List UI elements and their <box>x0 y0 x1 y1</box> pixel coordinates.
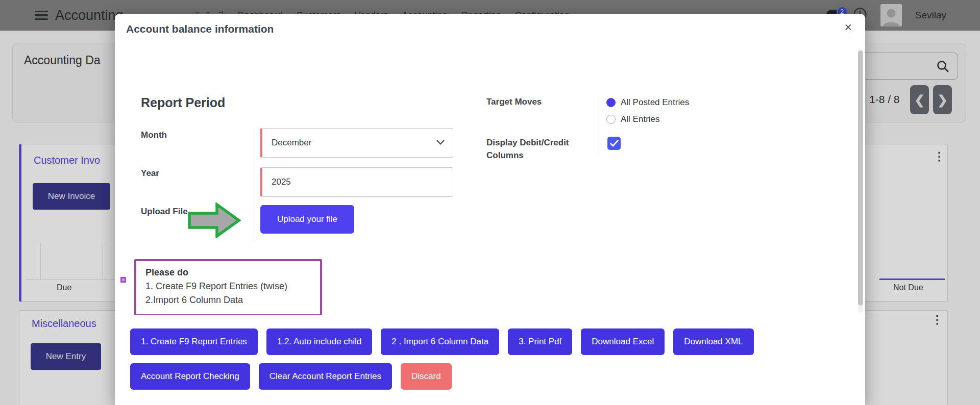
please-do-notice: Please do 1. Create F9 Report Entries (t… <box>134 259 322 316</box>
chevron-down-icon <box>436 140 445 145</box>
radio-selected-icon <box>606 98 616 107</box>
upload-file-label: Upload File <box>141 207 188 217</box>
radio-all-entries[interactable]: All Entries <box>606 114 660 124</box>
month-label: Month <box>141 130 167 140</box>
year-input[interactable] <box>260 167 453 197</box>
radio-label: All Entries <box>621 114 660 124</box>
target-moves-label: Target Moves <box>486 97 542 107</box>
notice-line: 1. Create F9 Report Entries (twise) <box>145 280 311 293</box>
upload-your-file-button[interactable]: Upload your file <box>260 205 354 234</box>
radio-all-posted-entries[interactable]: All Posted Entries <box>606 97 689 108</box>
display-debit-credit-checkbox[interactable] <box>607 137 621 150</box>
upload-arrow-annotation <box>188 202 241 238</box>
radio-unselected-icon <box>606 115 616 124</box>
modal-body: Report Period Month December Year Upload… <box>115 14 865 315</box>
footer-button-row-2: Account Report Checking Clear Account Re… <box>130 363 850 390</box>
display-debit-credit-label: Display Debit/Credit Columns <box>486 136 586 162</box>
year-label: Year <box>141 168 159 179</box>
check-icon <box>610 140 619 147</box>
screen: Accounting แผนผังบัญชี Dashboard Custome… <box>0 0 980 405</box>
notice-line: 2.Import 6 Column Data <box>145 293 311 307</box>
footer-button-row-1: 1. Create F9 Report Entries 1.2. Auto in… <box>130 328 850 355</box>
notice-title: Please do <box>145 267 311 278</box>
print-pdf-button[interactable]: 3. Print Pdf <box>508 328 572 355</box>
radio-label: All Posted Entries <box>621 97 689 108</box>
download-xml-button[interactable]: Download XML <box>673 328 753 355</box>
account-report-checking-button[interactable]: Account Report Checking <box>130 363 250 390</box>
report-period-heading: Report Period <box>141 95 225 110</box>
account-balance-modal: Account balance information × Report Per… <box>115 14 865 405</box>
modal-scrollbar-thumb[interactable] <box>858 50 863 306</box>
download-excel-button[interactable]: Download Excel <box>581 328 665 355</box>
create-f9-report-entries-button[interactable]: 1. Create F9 Report Entries <box>130 328 258 355</box>
month-select[interactable]: December <box>260 128 453 158</box>
import-6-column-data-button[interactable]: 2 . Import 6 Column Data <box>381 328 499 355</box>
discard-button[interactable]: Discard <box>401 363 452 390</box>
auto-include-child-button[interactable]: 1.2. Auto include child <box>266 328 372 355</box>
form-divider <box>254 128 254 238</box>
clear-account-report-entries-button[interactable]: Clear Account Report Entries <box>259 363 392 390</box>
modal-scrollbar-track <box>858 48 863 313</box>
month-value: December <box>272 138 311 148</box>
list-bullet-icon <box>120 277 126 283</box>
modal-footer: 1. Create F9 Report Entries 1.2. Auto in… <box>115 315 865 403</box>
form-divider <box>600 95 600 155</box>
